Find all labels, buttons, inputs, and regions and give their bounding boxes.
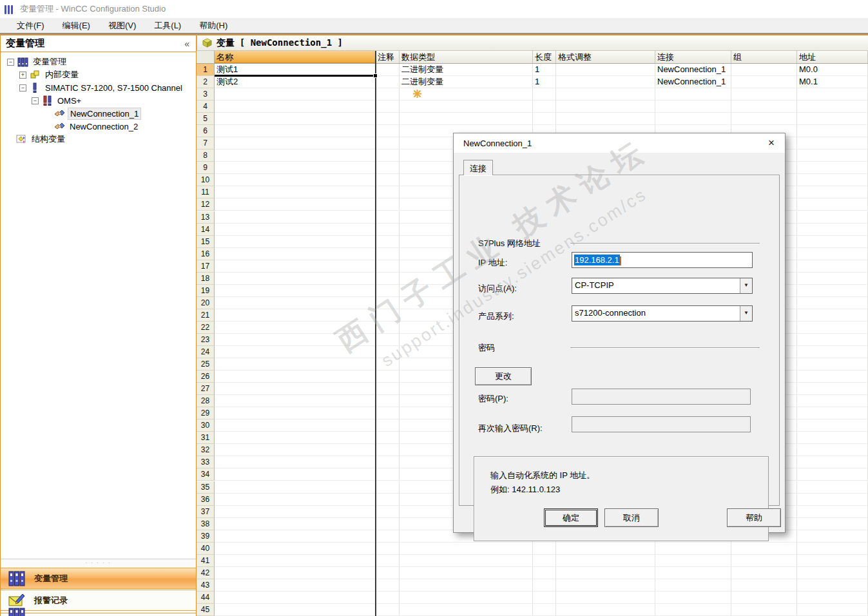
cell-name-row35[interactable] xyxy=(215,481,376,494)
tree-item-newconnection-1[interactable]: −NewConnection_1 xyxy=(44,107,141,120)
cell-name-row42[interactable] xyxy=(215,567,376,579)
cell-comment-row42[interactable] xyxy=(376,567,400,579)
cell-address-row12[interactable] xyxy=(797,198,868,211)
cell-name-row33[interactable] xyxy=(215,456,376,468)
cell-group-row1[interactable] xyxy=(731,64,797,76)
cell-comment-row24[interactable] xyxy=(376,346,400,358)
cell-length-row5[interactable] xyxy=(533,113,556,125)
cell-connection-row4[interactable] xyxy=(655,101,731,113)
cell-comment-row25[interactable] xyxy=(376,358,400,371)
menu-item-0[interactable]: 文件(F) xyxy=(8,19,53,33)
cell-address-row43[interactable] xyxy=(797,579,868,592)
cell-name-row37[interactable] xyxy=(215,506,376,518)
close-icon[interactable]: × xyxy=(762,135,781,151)
cell-group-row3[interactable] xyxy=(731,88,797,101)
cell-length-row1[interactable]: 1 xyxy=(533,64,556,76)
row-header-36[interactable]: 36 xyxy=(197,494,215,506)
cell-name-row39[interactable] xyxy=(215,530,376,543)
cell-comment-row6[interactable] xyxy=(376,125,400,137)
column-header-comment[interactable]: 注释 xyxy=(376,51,400,63)
cell-format-row3[interactable] xyxy=(556,88,655,101)
nav-item-报警记录[interactable]: 报警记录 xyxy=(1,590,196,611)
cell-name-row17[interactable] xyxy=(215,260,376,273)
cell-length-row42[interactable] xyxy=(533,567,556,579)
cell-name-row3[interactable] xyxy=(215,88,376,101)
cell-comment-row10[interactable] xyxy=(376,174,400,186)
row-header-8[interactable]: 8 xyxy=(197,149,215,162)
collapse-icon[interactable]: − xyxy=(7,59,14,66)
cell-name-row29[interactable] xyxy=(215,407,376,419)
row-header-39[interactable]: 39 xyxy=(197,530,215,543)
cell-name-row11[interactable] xyxy=(215,186,376,198)
row-header-4[interactable]: 4 xyxy=(197,101,215,113)
row-header-38[interactable]: 38 xyxy=(197,518,215,530)
column-header-format[interactable]: 格式调整 xyxy=(556,51,655,63)
ip-input[interactable]: 192.168.2.1 xyxy=(572,252,753,268)
cell-length-row43[interactable] xyxy=(533,579,556,592)
cell-address-row40[interactable] xyxy=(797,543,868,555)
cell-group-row4[interactable] xyxy=(731,101,797,113)
row-header-35[interactable]: 35 xyxy=(197,481,215,494)
row-header-2[interactable]: 2 xyxy=(197,76,215,88)
cell-comment-row18[interactable] xyxy=(376,273,400,285)
cell-connection-row45[interactable] xyxy=(655,604,731,616)
cell-format-row43[interactable] xyxy=(556,579,655,592)
cell-address-row39[interactable] xyxy=(797,530,868,543)
cell-comment-row9[interactable] xyxy=(376,162,400,174)
row-header-30[interactable]: 30 xyxy=(197,419,215,432)
cell-format-row44[interactable] xyxy=(556,592,655,604)
chevron-down-icon[interactable]: ▼ xyxy=(740,306,752,321)
cell-length-row3[interactable] xyxy=(533,88,556,101)
row-header-26[interactable]: 26 xyxy=(197,371,215,383)
row-header-23[interactable]: 23 xyxy=(197,334,215,346)
change-button[interactable]: 更改 xyxy=(475,367,532,385)
row-header-32[interactable]: 32 xyxy=(197,444,215,456)
expand-icon[interactable]: + xyxy=(19,72,26,79)
tab-connection[interactable]: 连接 xyxy=(463,160,493,175)
cell-name-row43[interactable] xyxy=(215,579,376,592)
cell-name-row32[interactable] xyxy=(215,444,376,456)
cell-name-row22[interactable] xyxy=(215,322,376,334)
cell-name-row4[interactable] xyxy=(215,101,376,113)
cell-name-row36[interactable] xyxy=(215,494,376,506)
cell-address-row2[interactable]: M0.1 xyxy=(797,76,868,88)
collapse-icon[interactable]: − xyxy=(32,97,39,104)
cell-address-row33[interactable] xyxy=(797,456,868,468)
cell-address-row16[interactable] xyxy=(797,248,868,260)
row-header-25[interactable]: 25 xyxy=(197,358,215,371)
cell-address-row5[interactable] xyxy=(797,113,868,125)
cell-comment-row27[interactable] xyxy=(376,383,400,395)
cell-address-row25[interactable] xyxy=(797,358,868,371)
cell-name-row34[interactable] xyxy=(215,468,376,481)
row-header-7[interactable]: 7 xyxy=(197,137,215,149)
cell-name-row23[interactable] xyxy=(215,334,376,346)
cell-address-row27[interactable] xyxy=(797,383,868,395)
cell-comment-row7[interactable] xyxy=(376,137,400,149)
cell-name-row19[interactable] xyxy=(215,285,376,297)
nav-item-变量管理[interactable]: 变量管理 xyxy=(1,568,196,589)
row-header-40[interactable]: 40 xyxy=(197,543,215,555)
cell-comment-row20[interactable] xyxy=(376,297,400,309)
row-header-20[interactable]: 20 xyxy=(197,297,215,309)
cell-format-row2[interactable] xyxy=(556,76,655,88)
cell-comment-row33[interactable] xyxy=(376,456,400,468)
cell-group-row44[interactable] xyxy=(731,592,797,604)
cell-comment-row31[interactable] xyxy=(376,432,400,444)
column-header-datatype[interactable]: 数据类型 xyxy=(400,51,533,63)
row-header-11[interactable]: 11 xyxy=(197,186,215,198)
row-header-14[interactable]: 14 xyxy=(197,224,215,236)
cell-address-row44[interactable] xyxy=(797,592,868,604)
cell-connection-row41[interactable] xyxy=(655,555,731,567)
cell-address-row20[interactable] xyxy=(797,297,868,309)
cell-address-row45[interactable] xyxy=(797,604,868,616)
cell-address-row14[interactable] xyxy=(797,224,868,236)
cell-comment-row35[interactable] xyxy=(376,481,400,494)
chevron-down-icon[interactable]: ▼ xyxy=(740,278,752,293)
cell-datatype-row45[interactable] xyxy=(400,604,533,616)
row-header-22[interactable]: 22 xyxy=(197,322,215,334)
cell-name-row44[interactable] xyxy=(215,592,376,604)
cell-address-row6[interactable] xyxy=(797,125,868,137)
cell-address-row18[interactable] xyxy=(797,273,868,285)
cell-address-row32[interactable] xyxy=(797,444,868,456)
cell-address-row8[interactable] xyxy=(797,149,868,162)
